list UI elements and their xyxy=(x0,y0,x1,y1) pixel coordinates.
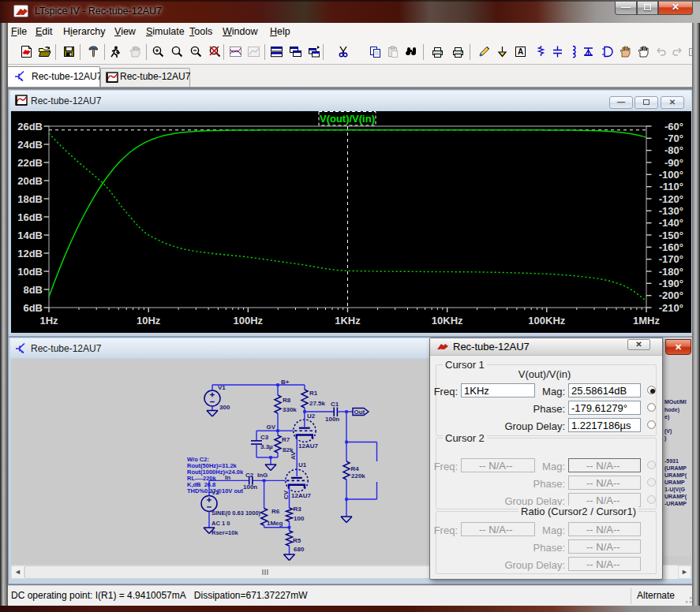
svg-text:12dB: 12dB xyxy=(17,248,43,259)
svg-text:100: 100 xyxy=(294,515,305,522)
svg-text:10KHz: 10KHz xyxy=(432,315,463,327)
svg-text:100KHz: 100KHz xyxy=(528,315,565,327)
svg-text:R5: R5 xyxy=(293,537,301,544)
svg-text:-140°: -140° xyxy=(659,217,683,229)
svg-text:1MHz: 1MHz xyxy=(633,315,660,327)
svg-text:R3: R3 xyxy=(294,506,302,513)
svg-text:SINE(0 0.63 1000): SINE(0 0.63 1000) xyxy=(211,509,261,517)
svg-text:100Hz: 100Hz xyxy=(234,315,264,327)
svg-text:-130°: -130° xyxy=(659,205,683,217)
svg-text:R7: R7 xyxy=(282,436,290,443)
svg-text:18dB: 18dB xyxy=(17,193,43,205)
svg-text:20dB: 20dB xyxy=(17,175,43,187)
svg-text:GV: GV xyxy=(266,424,275,431)
svg-text:-150°: -150° xyxy=(659,230,683,241)
svg-text:-200°: -200° xyxy=(659,289,683,301)
svg-text:R6: R6 xyxy=(271,508,280,515)
svg-text:InG: InG xyxy=(257,472,268,479)
svg-text:10Hz: 10Hz xyxy=(137,315,161,327)
svg-text:C3: C3 xyxy=(260,434,269,441)
svg-text:1KHz: 1KHz xyxy=(335,315,361,327)
svg-text:-180°: -180° xyxy=(659,266,683,278)
svg-text:24dB: 24dB xyxy=(17,139,43,151)
svg-text:1Hz: 1Hz xyxy=(39,315,58,327)
svg-text:680: 680 xyxy=(294,546,305,553)
svg-text:14dB: 14dB xyxy=(17,230,43,241)
svg-text:-60°: -60° xyxy=(664,121,683,132)
svg-text:R1: R1 xyxy=(309,390,318,397)
svg-text:U1: U1 xyxy=(298,461,307,468)
svg-text:-100°: -100° xyxy=(659,169,683,181)
svg-text:-110°: -110° xyxy=(659,181,683,192)
svg-text:-190°: -190° xyxy=(659,278,683,289)
svg-text:-160°: -160° xyxy=(659,241,683,253)
svg-text:300: 300 xyxy=(219,404,230,411)
svg-text:3.3µ: 3.3µ xyxy=(260,443,273,450)
svg-text:220k: 220k xyxy=(351,472,365,480)
svg-text:AC 1 0: AC 1 0 xyxy=(211,520,230,527)
svg-text:Rser=10k: Rser=10k xyxy=(211,529,238,536)
svg-text:26dB: 26dB xyxy=(17,121,43,132)
svg-text:C2: C2 xyxy=(245,472,254,479)
svg-text:R4: R4 xyxy=(351,465,360,472)
svg-text:-90°: -90° xyxy=(664,157,683,169)
svg-text:12AU7: 12AU7 xyxy=(298,442,318,450)
svg-text:THD%0.27@10V out: THD%0.27@10V out xyxy=(187,487,244,494)
svg-text:22dB: 22dB xyxy=(17,157,43,169)
svg-text:100n: 100n xyxy=(325,416,339,423)
svg-text:U2: U2 xyxy=(307,412,316,420)
svg-text:8dB: 8dB xyxy=(23,284,43,296)
svg-text:100n: 100n xyxy=(243,483,257,491)
svg-text:10dB: 10dB xyxy=(17,266,43,278)
svg-text:-210°: -210° xyxy=(659,302,683,314)
svg-text:16dB: 16dB xyxy=(17,211,43,223)
svg-text:12AU7: 12AU7 xyxy=(291,492,311,499)
svg-text:6dB: 6dB xyxy=(23,302,43,314)
svg-text:-80°: -80° xyxy=(664,144,683,156)
svg-text:R8: R8 xyxy=(283,397,291,404)
svg-text:A: A xyxy=(518,47,523,56)
svg-text:-70°: -70° xyxy=(664,132,683,144)
svg-text:B+: B+ xyxy=(281,379,290,386)
svg-text:C1: C1 xyxy=(331,401,339,408)
svg-text:Out: Out xyxy=(354,409,365,416)
svg-text:1Meg: 1Meg xyxy=(267,520,283,527)
svg-text:V(out)/V(in): V(out)/V(in) xyxy=(320,113,375,125)
svg-text:AV: AV xyxy=(290,451,297,460)
svg-text:-170°: -170° xyxy=(659,253,683,265)
svg-text:-120°: -120° xyxy=(659,193,683,205)
svg-text:CV: CV xyxy=(283,490,290,499)
svg-text:330k: 330k xyxy=(283,406,297,413)
svg-text:27.5k: 27.5k xyxy=(309,400,326,407)
